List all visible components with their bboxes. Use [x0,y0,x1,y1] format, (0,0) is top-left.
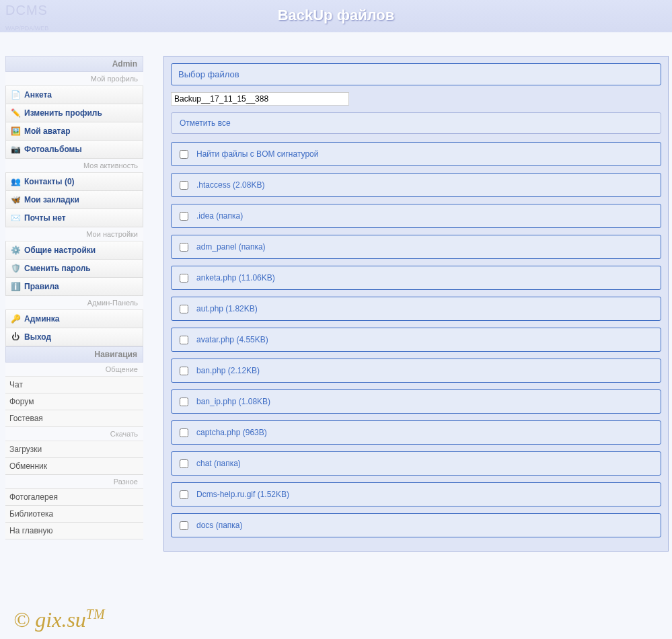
select-all-button[interactable]: Отметить все [171,112,661,134]
menu-item-label: Правила [24,282,59,291]
header: DCMS WAP/PDA/WEB BackUp файлов [0,0,672,32]
admin-section-title: Admin [5,56,143,72]
file-row: Найти файлы с BOM сигнатурой [171,142,661,166]
menu-item-edit-profile[interactable]: ✏️Изменить профиль [5,104,143,122]
logo-text: DCMS [5,3,48,17]
file-row: aut.php (1.82KB) [171,297,661,321]
file-checkbox[interactable] [180,490,188,499]
logo: DCMS WAP/PDA/WEB [5,3,48,34]
file-label: Dcms-help.ru.gif (1.52KB) [196,490,289,499]
file-label: .idea (папка) [196,211,243,221]
page-title: BackUp файлов [0,0,672,24]
menu-item-label: Почты нет [24,213,66,223]
file-label: aut.php (1.82KB) [196,304,258,313]
file-checkbox[interactable] [180,521,188,530]
menu-item-logout[interactable]: ⏻Выход [5,328,143,346]
menu-item-label: Контакты (0) [24,177,75,186]
menu-item-label: Фотоальбомы [24,145,82,154]
rules-icon: ℹ️ [10,281,21,292]
nav-item-guestbook[interactable]: Гостевая [5,410,143,427]
file-row: avatar.php (4.55KB) [171,328,661,352]
file-row: .htaccess (2.08KB) [171,173,661,197]
menu-item-change-password[interactable]: 🛡️Сменить пароль [5,260,143,278]
file-label: docs (папка) [196,521,243,530]
nav-item-chat[interactable]: Чат [5,377,143,393]
admin-panel-icon: 🔑 [10,313,21,324]
file-label: avatar.php (4.55KB) [196,335,268,344]
menu-item-label: Общие настройки [24,246,96,255]
file-row: ban.php (2.12KB) [171,359,661,383]
file-checkbox[interactable] [180,459,188,468]
logout-icon: ⏻ [10,332,21,342]
file-checkbox[interactable] [180,212,188,221]
file-row: anketa.php (11.06KB) [171,266,661,290]
file-checkbox[interactable] [180,428,188,437]
photo-albums-icon: 📷 [10,144,21,155]
file-label: chat (папка) [196,459,241,468]
menu-item-label: Выход [24,332,51,342]
menu-item-general-settings[interactable]: ⚙️Общие настройки [5,241,143,260]
menu-item-bookmarks[interactable]: 🦋Мои закладки [5,191,143,209]
nav-item-downloads[interactable]: Загрузки [5,441,143,458]
nav-section-label: Общение [5,363,143,377]
nav-item-forum[interactable]: Форум [5,393,143,410]
file-label: anketa.php (11.06KB) [196,273,275,283]
nav-item-library[interactable]: Библиотека [5,506,143,523]
sidebar: Admin Мой профиль📄Анкета✏️Изменить профи… [5,56,143,539]
file-checkbox[interactable] [180,181,188,190]
nav-section-label: Скачать [5,427,143,441]
general-settings-icon: ⚙️ [10,245,21,256]
menu-item-mail[interactable]: ✉️Почты нет [5,209,143,227]
file-row: .idea (папка) [171,204,661,228]
file-checkbox[interactable] [180,367,188,375]
file-row: adm_panel (папка) [171,235,661,259]
anketa-icon: 📄 [10,89,21,100]
select-files-title: Выбор файлов [171,63,661,85]
menu-item-label: Изменить профиль [24,108,102,118]
menu-item-photo-albums[interactable]: 📷Фотоальбомы [5,141,143,159]
file-row: ban_ip.php (1.08KB) [171,389,661,414]
bookmarks-icon: 🦋 [10,194,21,205]
nav-item-home[interactable]: На главную [5,523,143,539]
nav-item-exchange[interactable]: Обменник [5,458,143,475]
file-checkbox[interactable] [180,150,188,159]
file-row: chat (папка) [171,451,661,476]
nav-item-gallery[interactable]: Фотогалерея [5,489,143,506]
file-label: ban_ip.php (1.08KB) [196,397,270,406]
section-label: Мой профиль [5,72,143,86]
file-row: Dcms-help.ru.gif (1.52KB) [171,482,661,506]
menu-item-admin-panel[interactable]: 🔑Админка [5,310,143,328]
section-label: Мои настройки [5,227,143,241]
file-label: adm_panel (папка) [196,242,266,252]
edit-profile-icon: ✏️ [10,108,21,118]
file-checkbox[interactable] [180,274,188,283]
main-content: Выбор файлов Отметить все Найти файлы с … [163,56,669,552]
mail-icon: ✉️ [10,213,21,223]
my-avatar-icon: 🖼️ [10,126,21,137]
menu-item-label: Мой аватар [24,126,70,136]
menu-item-label: Админка [24,314,59,324]
menu-item-anketa[interactable]: 📄Анкета [5,86,143,104]
nav-section-label: Разное [5,475,143,489]
change-password-icon: 🛡️ [10,263,21,274]
file-checkbox[interactable] [180,398,188,406]
file-label: Найти файлы с BOM сигнатурой [196,149,318,159]
file-row: captcha.php (963B) [171,420,661,445]
menu-item-label: Мои закладки [24,195,79,204]
file-label: ban.php (2.12KB) [196,366,260,375]
file-label: captcha.php (963B) [196,428,267,437]
menu-item-label: Сменить пароль [24,264,91,273]
section-label: Моя активность [5,159,143,173]
menu-item-rules[interactable]: ℹ️Правила [5,278,143,296]
file-checkbox[interactable] [180,243,188,252]
file-checkbox[interactable] [180,336,188,344]
contacts-icon: 👥 [10,176,21,187]
backup-name-input[interactable] [171,92,349,106]
logo-subtitle: WAP/PDA/WEB [5,25,48,32]
file-checkbox[interactable] [180,305,188,313]
menu-item-label: Анкета [24,90,52,100]
nav-section-title: Навигация [5,346,143,363]
menu-item-my-avatar[interactable]: 🖼️Мой аватар [5,122,143,141]
menu-item-contacts[interactable]: 👥Контакты (0) [5,173,143,191]
file-row: docs (папка) [171,513,661,537]
